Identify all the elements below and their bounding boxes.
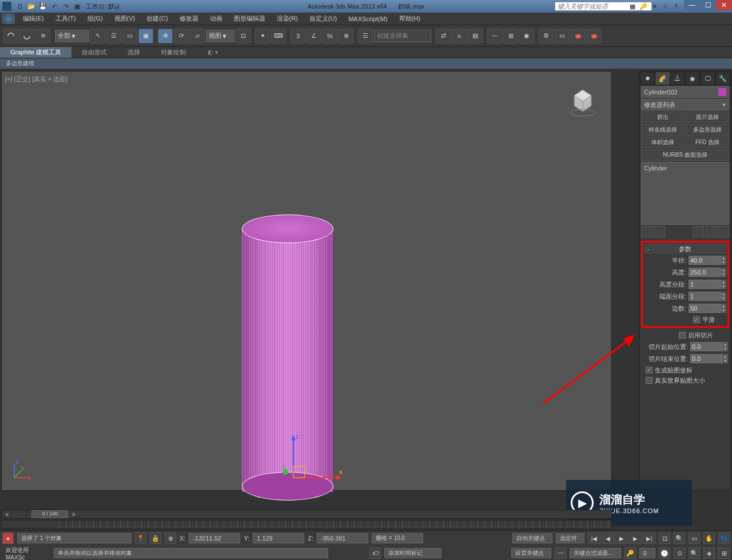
rect-select-icon[interactable]: ▭ [122,29,137,43]
menu-views[interactable]: 视图(V) [109,14,141,23]
menu-customize[interactable]: 自定义(U) [304,14,343,23]
z-coord[interactable]: -950.381 [317,533,368,543]
time-config-icon[interactable]: 🕐 [659,547,670,559]
mini-listener-icon[interactable]: ● [2,533,14,544]
nav-zoom-icon[interactable]: 🔍 [674,533,685,544]
key-filters-button[interactable]: 关键点过滤器... [570,548,621,558]
edit-named-icon[interactable]: ☰ [358,29,373,43]
utilities-tab-icon[interactable]: 🔧 [715,72,730,85]
next-frame-icon[interactable]: ▶ [629,533,642,544]
tab-graphite[interactable]: Graphite 建模工具 [0,47,71,58]
mod-btn-extrude[interactable]: 挤出 [641,112,685,123]
tab-objectpaint[interactable]: 对象绘制 [150,47,196,58]
ref-coord-dropdown[interactable]: 视图 ▼ [206,30,234,42]
hierarchy-tab-icon[interactable]: ⏃ [670,72,685,85]
star-icon[interactable]: ☆ [661,2,670,11]
mirror-icon[interactable]: ⇄ [436,29,451,43]
ribbon-collapse-icon[interactable]: ◐ ▾ [208,49,218,56]
close-button[interactable]: ✕ [716,0,732,10]
slice-from-spinner[interactable]: 0.0 [690,342,722,351]
mod-btn-vol[interactable]: 体积选择 [641,137,685,148]
help-icon[interactable]: ? [671,2,681,11]
pin-stack-icon[interactable] [641,226,653,237]
height-segs-spinner[interactable]: 1 [689,280,721,289]
menu-graph[interactable]: 图形编辑器 [228,14,271,23]
lock2-icon[interactable]: 🔒 [150,533,161,544]
set-key-button[interactable]: 设置关键点 [511,548,551,558]
redo-icon[interactable]: ↷ [61,2,71,11]
selected-filter[interactable]: 选定对 [556,533,584,543]
modifier-list-dropdown[interactable]: 修改器列表 [641,99,729,110]
exchange-icon[interactable]: ✕ [650,2,659,11]
key-icon[interactable]: 🔑 [639,2,648,11]
minimize-button[interactable]: — [684,0,700,10]
timeslider-back-icon[interactable]: < [5,511,9,518]
timeslider-fwd-icon[interactable]: > [71,511,75,518]
window-crossing-icon[interactable]: ▣ [138,29,153,43]
render-setup-icon[interactable]: ⚙ [539,29,554,43]
cap-segs-spinner[interactable]: 1 [689,292,721,301]
open-icon[interactable]: 📂 [26,2,37,11]
modify-tab-icon[interactable]: 🌈 [655,72,670,85]
application-button[interactable] [2,14,15,24]
height-spinner[interactable]: 250.0 [689,268,721,277]
motion-tab-icon[interactable]: ◉ [685,72,700,85]
ribbon-panel-label[interactable]: 多边形建模 [0,58,732,69]
move-icon[interactable]: ✥ [158,29,173,43]
gen-coords-checkbox[interactable]: ✓ [646,367,653,374]
menu-modifiers[interactable]: 修改器 [174,14,204,23]
mod-btn-spline[interactable]: 样条线选择 [641,124,685,136]
modifier-stack[interactable]: Cylinder [641,162,729,225]
selection-filter-dropdown[interactable]: 全部 ▼ [55,30,89,42]
curve-editor-icon[interactable]: 〰 [487,29,502,43]
render-prod-icon[interactable]: 🫖 [587,29,602,43]
percent-snap-icon[interactable]: % [323,29,337,43]
show-end-icon[interactable] [654,226,665,237]
height-segs-spin-arrows[interactable]: ▲▼ [721,280,726,289]
grid-icon[interactable]: ▦ [628,2,637,11]
menu-maxscript[interactable]: MAXScript(M) [343,15,393,22]
object-name-field[interactable]: Cylinder002 [641,86,729,98]
tab-freeform[interactable]: 自由形式 [71,47,117,58]
real-world-checkbox[interactable] [646,377,653,384]
rotate-icon[interactable]: ⟳ [174,29,189,43]
prev-frame-icon[interactable]: ◀ [602,533,614,544]
nav-fov-icon[interactable]: ▭ [689,533,700,544]
angle-snap-icon[interactable]: ∠ [307,29,321,43]
menu-animation[interactable]: 动画 [204,14,228,23]
tab-selection[interactable]: 选择 [117,47,150,58]
select-name-icon[interactable]: ☰ [106,29,121,43]
frame-indicator[interactable]: 0 / 100 [31,510,68,518]
menu-create[interactable]: 创建(C) [141,14,173,23]
remove-mod-icon[interactable] [705,226,717,237]
select-icon[interactable]: ↖ [90,29,105,43]
sides-spinner[interactable]: 50 [689,304,721,313]
spinner-snap-icon[interactable]: ⊕ [339,29,353,43]
key-toggle-icon[interactable]: 🔑 [624,547,636,559]
viewcube[interactable] [566,83,600,117]
scale-icon[interactable]: ▱ [190,29,205,43]
nav-dolly-icon[interactable]: ◈ [703,547,715,559]
track-bar[interactable] [1,520,612,529]
mod-btn-nurbs[interactable]: NURBS 曲面选择 [641,149,729,161]
render-icon[interactable]: 🫖 [571,29,586,43]
viewport[interactable]: [+] [正交] [真实 + 边面] z x y z x y [1,71,612,491]
smooth-checkbox[interactable]: ✓ [693,316,700,323]
nav-zoom2-icon[interactable]: 🔍 [689,547,700,559]
pivot-icon[interactable]: ⊡ [236,29,250,43]
new-icon[interactable]: 🗋 [15,2,25,11]
align-icon[interactable]: ≡ [452,29,467,43]
goto-end-icon[interactable]: ▶| [643,533,655,544]
slice-from-arrows[interactable]: ▲▼ [722,342,728,351]
time-tag-icon[interactable]: 🏷 [369,547,381,559]
display-tab-icon[interactable]: 🖵 [700,72,715,85]
menu-rendering[interactable]: 渲染(R) [271,14,304,23]
rollout-header-params[interactable]: 参数 [644,244,726,254]
layer-icon[interactable]: ▤ [468,29,483,43]
slice-on-checkbox[interactable] [679,332,686,339]
keyboard-icon[interactable]: ⌨ [271,29,286,43]
radius-spinner[interactable]: 40.0 [689,256,721,265]
sides-spin-arrows[interactable]: ▲▼ [721,304,726,313]
x-coord[interactable]: -13211.52 [189,533,240,543]
unlink-icon[interactable] [19,29,34,43]
